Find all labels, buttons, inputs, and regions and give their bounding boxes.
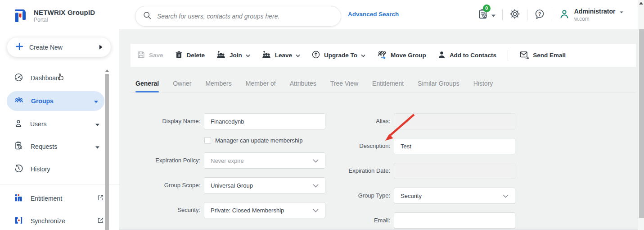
tab-general[interactable]: General xyxy=(135,80,159,92)
manager-update-checkbox-row: Manager can update membership xyxy=(204,137,302,144)
sidebar-item-label: Groups xyxy=(31,97,94,105)
chevron-down-icon xyxy=(361,52,365,59)
sidebar-item-synchronize[interactable]: Synchronize xyxy=(0,210,119,230)
sidebar-item-label: Requests xyxy=(31,143,95,150)
chevron-down-icon xyxy=(95,120,99,128)
tab-tree-view[interactable]: Tree View xyxy=(330,80,358,92)
sidebar-item-label: Entitlement xyxy=(31,195,97,202)
topbar: Advanced Search 0 xyxy=(119,0,638,29)
alias-input xyxy=(394,113,515,129)
expiration-date-label: Expiration Date: xyxy=(324,163,390,179)
chevron-down-icon xyxy=(313,157,319,164)
scroll-up-arrow-icon[interactable] xyxy=(638,0,644,6)
sidebar-item-entitlement[interactable]: Entitlement xyxy=(0,187,119,210)
page-scrollbar[interactable] xyxy=(638,0,644,230)
user-name: Administrator xyxy=(574,8,616,15)
expiration-date-input xyxy=(394,163,515,179)
help-button[interactable]: ? xyxy=(534,9,545,21)
divider xyxy=(502,9,503,20)
expiration-policy-select[interactable]: Never expire xyxy=(204,152,325,169)
sidebar-item-groups[interactable]: Groups xyxy=(7,91,104,111)
display-name-input[interactable] xyxy=(204,113,325,129)
alias-label: Alias: xyxy=(324,113,390,129)
move-group-icon xyxy=(377,50,387,60)
sidebar-item-label: Synchronize xyxy=(31,217,97,225)
plus-icon xyxy=(15,42,23,52)
chevron-down-icon xyxy=(620,7,623,15)
send-email-button[interactable]: Send Email xyxy=(519,51,566,60)
group-scope-label: Group Scope: xyxy=(131,177,200,193)
save-button[interactable]: Save xyxy=(137,51,163,60)
upgrade-icon xyxy=(311,50,320,60)
tab-members[interactable]: Members xyxy=(205,80,231,92)
entitlement-logo-icon xyxy=(14,193,23,204)
sidebar-item-history[interactable]: History xyxy=(0,158,119,180)
tab-similar-groups[interactable]: Similar Groups xyxy=(418,80,459,92)
tab-member-of[interactable]: Member of xyxy=(246,80,276,92)
manager-update-checkbox-label[interactable]: Manager can update membership xyxy=(215,137,302,144)
sidebar-item-dashboard[interactable]: Dashboard xyxy=(0,67,119,89)
user-menu[interactable]: Administrator w.com xyxy=(559,7,623,23)
join-button[interactable]: Join xyxy=(216,50,250,60)
settings-button[interactable] xyxy=(509,9,520,21)
security-label: Security: xyxy=(131,202,200,218)
divider xyxy=(527,9,527,20)
tab-attributes[interactable]: Attributes xyxy=(290,80,316,92)
chevron-down-icon xyxy=(313,182,319,189)
group-detail-tabs: General Owner Members Member of Attribut… xyxy=(131,74,636,93)
search-input[interactable] xyxy=(157,13,333,20)
synchronize-logo-icon xyxy=(14,216,23,227)
brand-logo[interactable]: NETWRIX GroupID Portal xyxy=(12,7,95,24)
group-scope-select[interactable]: Universal Group xyxy=(204,177,325,193)
search-icon xyxy=(143,11,152,22)
divider xyxy=(508,50,508,61)
advanced-search-link[interactable]: Advanced Search xyxy=(348,11,399,18)
send-email-icon xyxy=(519,51,529,60)
email-input[interactable] xyxy=(394,212,515,229)
scrollbar-thumb[interactable] xyxy=(105,74,109,230)
requests-notification-button[interactable]: 0 xyxy=(477,8,495,22)
sidebar-item-users[interactable]: Users xyxy=(0,113,119,135)
chevron-down-icon xyxy=(491,11,495,19)
security-select[interactable]: Private: Closed Membership xyxy=(204,202,325,218)
manager-update-checkbox[interactable] xyxy=(204,137,211,144)
description-input[interactable] xyxy=(394,138,515,154)
save-icon xyxy=(137,51,145,60)
tab-entitlement[interactable]: Entitlement xyxy=(372,80,404,92)
gear-icon xyxy=(509,9,520,21)
email-label: Email: xyxy=(324,212,390,229)
sidebar-item-requests[interactable]: Requests xyxy=(0,135,119,158)
create-new-button[interactable]: Create New xyxy=(7,37,111,57)
display-name-label: Display Name: xyxy=(131,113,200,129)
chevron-down-icon xyxy=(246,52,250,59)
groups-icon xyxy=(14,96,24,106)
scroll-up-arrow-icon[interactable] xyxy=(104,68,109,73)
external-link-icon xyxy=(97,194,104,203)
upgrade-to-button[interactable]: Upgrade To xyxy=(311,50,365,60)
leave-button[interactable]: Leave xyxy=(261,50,300,60)
tab-owner[interactable]: Owner xyxy=(173,80,191,92)
add-to-contacts-button[interactable]: Add to Contacts xyxy=(437,51,496,60)
sidebar-scrollbar[interactable] xyxy=(104,68,109,230)
move-group-button[interactable]: Move Group xyxy=(377,50,426,60)
brand-subtitle: Portal xyxy=(34,17,95,23)
delete-button[interactable]: Delete xyxy=(175,51,205,60)
tab-history[interactable]: History xyxy=(473,80,493,92)
user-icon xyxy=(14,119,23,130)
brand-name: NETWRIX GroupID xyxy=(34,9,95,16)
requests-icon xyxy=(14,141,23,152)
scrollbar-thumb[interactable] xyxy=(639,29,644,218)
help-icon: ? xyxy=(534,9,545,21)
create-new-label: Create New xyxy=(29,44,99,51)
description-label: Description: xyxy=(324,138,390,154)
leave-group-icon xyxy=(261,50,271,60)
add-contact-icon xyxy=(437,51,446,60)
dashboard-icon xyxy=(14,73,23,84)
group-type-select[interactable]: Security xyxy=(394,188,515,204)
chevron-down-icon xyxy=(313,207,319,214)
sidebar: NETWRIX GroupID Portal Create New xyxy=(0,0,119,230)
topbar-icons: 0 xyxy=(477,0,623,29)
general-tab-form: Display Name: Manager can update members… xyxy=(131,108,636,230)
divider xyxy=(552,9,552,20)
global-search[interactable] xyxy=(135,6,341,27)
